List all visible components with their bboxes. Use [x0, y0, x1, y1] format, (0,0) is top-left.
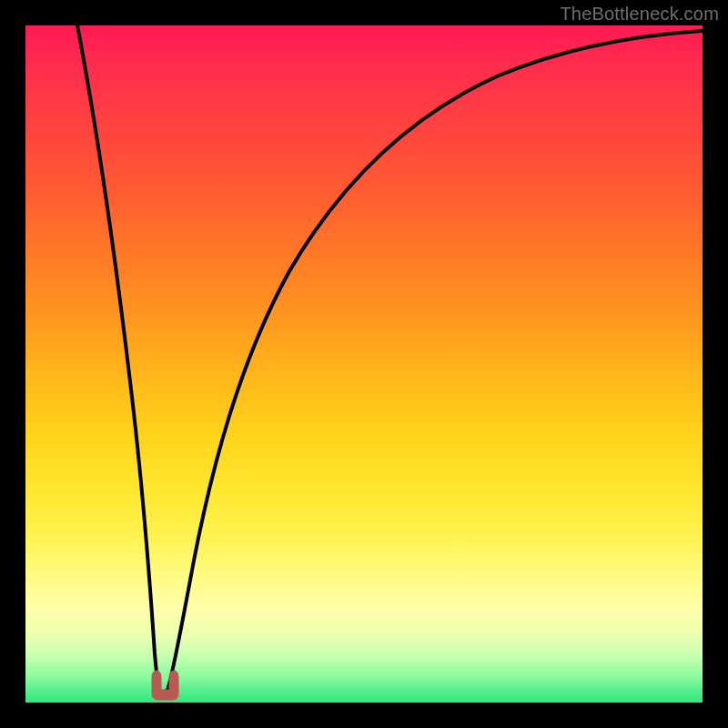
bottleneck-curve	[77, 25, 703, 693]
chart-frame: TheBottleneck.com	[0, 0, 728, 728]
watermark-text: TheBottleneck.com	[560, 4, 719, 25]
minimum-marker	[152, 671, 178, 700]
curve-layer	[25, 25, 703, 703]
plot-area	[25, 25, 703, 703]
